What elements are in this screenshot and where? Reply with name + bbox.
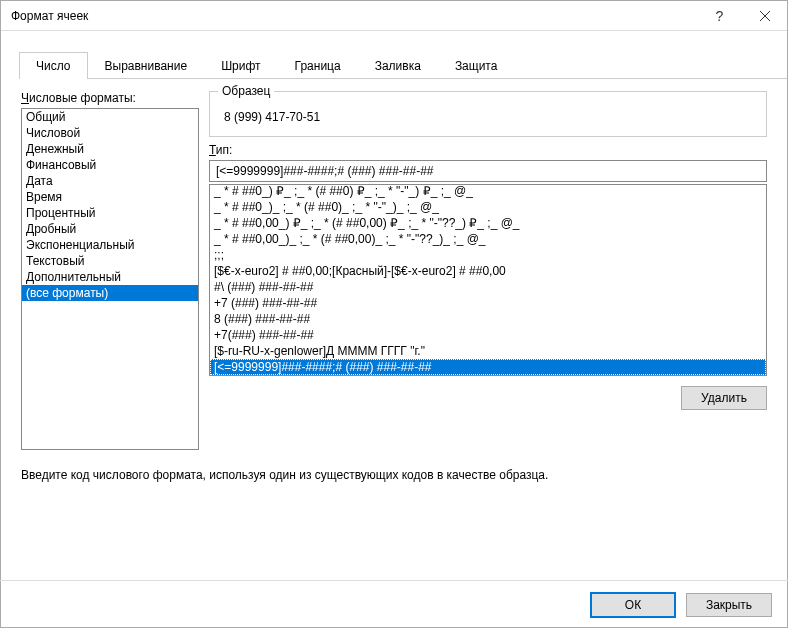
tab-3[interactable]: Граница	[278, 52, 358, 79]
format-item[interactable]: ;;;	[210, 247, 766, 263]
delete-button[interactable]: Удалить	[681, 386, 767, 410]
category-item[interactable]: Числовой	[22, 125, 198, 141]
category-item[interactable]: Дробный	[22, 221, 198, 237]
type-input[interactable]	[209, 160, 767, 182]
category-item[interactable]: Общий	[22, 109, 198, 125]
tab-5[interactable]: Защита	[438, 52, 515, 79]
close-icon	[760, 11, 770, 21]
category-item[interactable]: Время	[22, 189, 198, 205]
category-item[interactable]: Дополнительный	[22, 269, 198, 285]
format-item[interactable]: [$€-x-euro2] # ##0,00;[Красный]-[$€-x-eu…	[210, 263, 766, 279]
cancel-button[interactable]: Закрыть	[686, 593, 772, 617]
tab-4[interactable]: Заливка	[358, 52, 438, 79]
category-item[interactable]: Процентный	[22, 205, 198, 221]
ok-button[interactable]: ОК	[590, 592, 676, 618]
category-item[interactable]: Дата	[22, 173, 198, 189]
close-button[interactable]	[742, 1, 787, 31]
window-title: Формат ячеек	[11, 9, 697, 23]
format-item[interactable]: _ * # ##0,00_)_ ;_ * (# ##0,00)_ ;_ * "-…	[210, 231, 766, 247]
category-label: Числовые форматы:	[21, 91, 199, 105]
format-item[interactable]: _ * # ##0_)_ ;_ * (# ##0)_ ;_ * "-"_)_ ;…	[210, 199, 766, 215]
category-item[interactable]: (все форматы)	[22, 285, 198, 301]
format-item[interactable]: +7(###) ###-##-##	[210, 327, 766, 343]
format-list[interactable]: _ * # ##0_) ₽_ ;_ * (# ##0) ₽_ ;_ * "-"_…	[209, 184, 767, 376]
tab-2[interactable]: Шрифт	[204, 52, 277, 79]
sample-value: 8 (999) 417-70-51	[220, 110, 756, 124]
format-item[interactable]: +7 (###) ###-##-##	[210, 295, 766, 311]
format-item[interactable]: 8 (###) ###-##-##	[210, 311, 766, 327]
tab-0[interactable]: Число	[19, 52, 88, 79]
format-item[interactable]: #\ (###) ###-##-##	[210, 279, 766, 295]
titlebar: Формат ячеек ?	[1, 1, 787, 31]
format-item[interactable]: [$-ru-RU-x-genlower]Д ММММ ГГГГ "г."	[210, 343, 766, 359]
sample-legend: Образец	[218, 84, 274, 98]
format-item[interactable]: _ * # ##0_) ₽_ ;_ * (# ##0) ₽_ ;_ * "-"_…	[210, 184, 766, 199]
format-item[interactable]: [<=9999999]###-####;# (###) ###-##-##	[210, 359, 766, 375]
tab-1[interactable]: Выравнивание	[88, 52, 205, 79]
category-item[interactable]: Финансовый	[22, 157, 198, 173]
tabs: ЧислоВыравниваниеШрифтГраницаЗаливкаЗащи…	[19, 51, 787, 79]
type-label: Тип:	[209, 143, 767, 157]
hint-text: Введите код числового формата, используя…	[21, 468, 767, 482]
category-item[interactable]: Денежный	[22, 141, 198, 157]
format-item[interactable]: _ * # ##0,00_) ₽_ ;_ * (# ##0,00) ₽_ ;_ …	[210, 215, 766, 231]
dialog-footer: ОК Закрыть	[0, 580, 788, 628]
category-item[interactable]: Экспоненциальный	[22, 237, 198, 253]
category-item[interactable]: Текстовый	[22, 253, 198, 269]
help-button[interactable]: ?	[697, 1, 742, 31]
category-list[interactable]: ОбщийЧисловойДенежныйФинансовыйДатаВремя…	[21, 108, 199, 450]
sample-group: Образец 8 (999) 417-70-51	[209, 91, 767, 137]
content: Числовые форматы: ОбщийЧисловойДенежныйФ…	[1, 79, 787, 482]
